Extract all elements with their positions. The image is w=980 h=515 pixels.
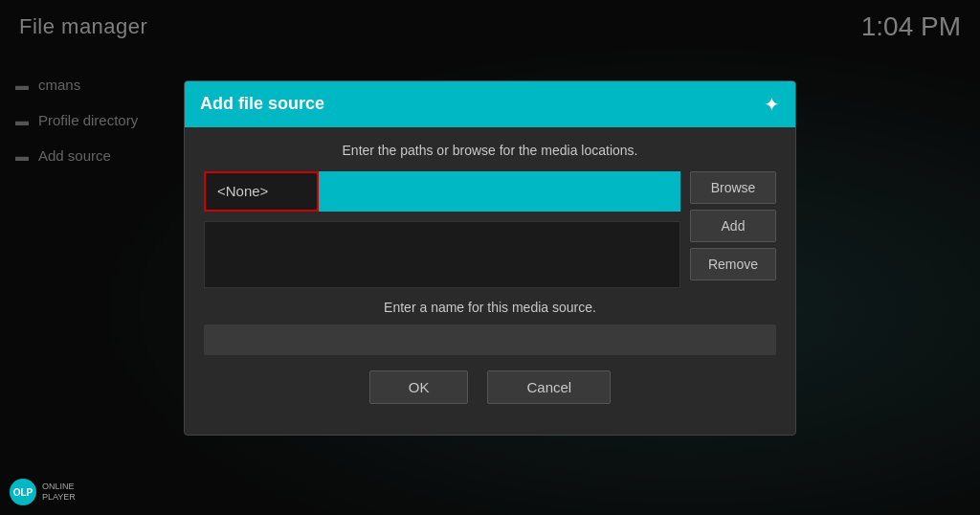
remove-button[interactable]: Remove <box>690 248 776 280</box>
screen: File manager 1:04 PM ▬ cmans ▬ Profile d… <box>0 0 980 515</box>
logo-icon: OLP <box>10 479 36 505</box>
kodi-logo-icon: ✦ <box>764 93 780 116</box>
paths-list <box>204 221 680 288</box>
dialog-body: Enter the paths or browse for the media … <box>185 127 795 435</box>
browse-button[interactable]: Browse <box>690 171 776 204</box>
media-source-name-input[interactable] <box>204 325 776 355</box>
name-instruction: Enter a name for this media source. <box>204 300 776 315</box>
left-content: <None> <box>204 171 680 288</box>
path-teal-bar <box>319 171 680 212</box>
side-buttons: Browse Add Remove <box>690 171 776 288</box>
add-button[interactable]: Add <box>690 210 776 242</box>
path-content-area: <None> Browse Add Remove <box>204 171 776 288</box>
add-file-source-dialog: Add file source ✦ Enter the paths or bro… <box>184 80 796 436</box>
dialog-title: Add file source <box>200 94 324 114</box>
ok-button[interactable]: OK <box>369 370 469 404</box>
logo-text: ONLINE PLAYER <box>42 481 76 503</box>
path-input-row: <None> <box>204 171 680 212</box>
dialog-footer: OK Cancel <box>204 370 776 419</box>
dialog-header: Add file source ✦ <box>185 81 795 127</box>
bottom-logo: OLP ONLINE PLAYER <box>10 479 76 505</box>
cancel-button[interactable]: Cancel <box>487 370 611 404</box>
dialog-overlay: Add file source ✦ Enter the paths or bro… <box>0 0 980 515</box>
path-none-input[interactable]: <None> <box>204 171 319 212</box>
path-instruction: Enter the paths or browse for the media … <box>204 143 776 158</box>
path-none-text: <None> <box>217 183 268 199</box>
